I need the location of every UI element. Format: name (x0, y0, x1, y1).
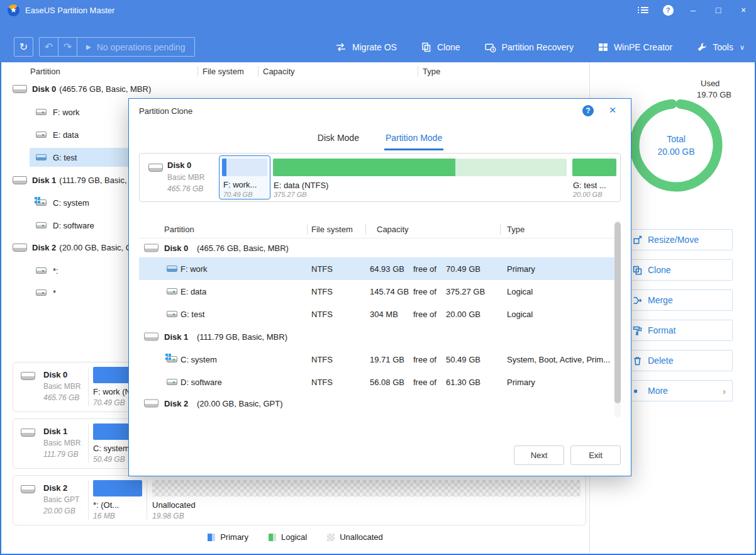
partition-icon (167, 266, 177, 272)
dialog-header-filesystem: File system (311, 225, 353, 234)
more-icon (633, 386, 642, 396)
table-header-partition: Partition (30, 67, 60, 76)
strip-partition-e-data[interactable]: E: data (NTFS) 375.27 GB (273, 155, 567, 199)
tools-button[interactable]: Tools ∨ (696, 42, 745, 52)
legend-unallocated-swatch (327, 534, 335, 541)
dialog-scrollbar[interactable] (614, 220, 621, 417)
dialog-help-icon[interactable]: ? (582, 105, 594, 116)
next-button[interactable]: Next (514, 446, 564, 465)
donut-used-label: Used 19.70 GB (697, 78, 731, 101)
sidebar-clone-button[interactable]: Clone (627, 259, 733, 281)
delete-button[interactable]: Delete (627, 350, 733, 371)
windows-icon (35, 197, 41, 203)
winpe-icon (598, 42, 609, 52)
redo-button[interactable]: ↷ (58, 38, 77, 56)
resize-move-button[interactable]: Resize/Move (627, 229, 733, 250)
dialog-row-disk0[interactable]: Disk 0 (465.76 GB, Basic, MBR) (139, 238, 614, 257)
legend: Primary Logical Unallocated (1, 532, 589, 542)
disk-icon (13, 176, 27, 184)
format-icon (633, 326, 642, 335)
strip-partition-g-test[interactable]: G: test ... 20.00 GB (572, 155, 616, 199)
dialog-row-disk2[interactable]: Disk 2 (20.00 GB, Basic, GPT) (139, 393, 614, 413)
exit-button[interactable]: Exit (570, 446, 621, 465)
dialog-close-icon[interactable]: × (606, 103, 620, 117)
partition-icon (36, 109, 47, 115)
undo-button[interactable]: ↶ (40, 38, 58, 56)
partition-icon (36, 267, 47, 274)
dialog-row-g-test[interactable]: G: test NTFS 304 MB free of 20.00 GB Log… (139, 303, 614, 325)
disk-icon (21, 372, 35, 380)
dialog-header-type: Type (507, 225, 525, 234)
partition-bar (93, 480, 142, 496)
disk-icon (21, 485, 35, 493)
partition-icon (36, 289, 47, 296)
partition-recovery-button[interactable]: Partition Recovery (484, 42, 574, 53)
format-button[interactable]: Format (627, 320, 733, 341)
disk-icon (13, 85, 27, 93)
refresh-button[interactable]: ↻ (14, 37, 33, 57)
partition-icon (36, 154, 47, 160)
dialog-tabs: Disk Mode Partition Mode (129, 132, 631, 150)
card-partition-star[interactable]: *: (Ot... 16 MB (93, 480, 142, 520)
windows-icon (165, 354, 172, 360)
table-header-capacity: Capacity (263, 67, 295, 76)
partition-icon (167, 379, 177, 385)
table-header: Partition File system Capacity Type (1, 62, 589, 81)
disk-card-2[interactable]: Disk 2 Basic GPT 20.00 GB *: (Ot... 16 M… (13, 475, 586, 525)
dialog-header-partition: Partition (164, 225, 194, 234)
close-icon[interactable]: × (731, 0, 756, 20)
disk-icon (144, 333, 158, 341)
dialog-row-d-software[interactable]: D: software NTFS 56.08 GB free of 61.30 … (139, 371, 614, 393)
delete-icon (633, 356, 642, 366)
disk-icon (21, 429, 35, 437)
pending-operations-button[interactable]: ▶ No operations pending (77, 38, 194, 56)
migrate-os-button[interactable]: Migrate OS (335, 42, 397, 52)
toolbar: ↻ ↶ ↷ ▶ No operations pending Migrate OS… (0, 20, 756, 62)
tab-partition-mode[interactable]: Partition Mode (384, 132, 443, 150)
titlebar: ★ EaseUS Partition Master ? – □ × (0, 0, 756, 20)
partition-icon (167, 311, 177, 317)
tab-disk-mode[interactable]: Disk Mode (316, 132, 360, 150)
tree-item-disk0[interactable]: Disk 0(465.76 GB, Basic, MBR) (1, 79, 588, 98)
merge-icon (633, 296, 642, 305)
tools-wrench-icon (696, 42, 708, 52)
main-frame: Partition File system Capacity Type Disk… (0, 62, 756, 555)
partition-clone-dialog: Partition Clone ? × Disk Mode Partition … (128, 98, 631, 476)
card-partition-unallocated[interactable]: Unallocated 19.98 GB (152, 480, 581, 520)
strip-partition-f-work[interactable]: F: work... 70.49 GB (219, 155, 270, 199)
refresh-icon: ↻ (19, 41, 28, 53)
resize-move-icon (633, 235, 642, 245)
chevron-down-icon: ∨ (740, 43, 745, 52)
partition-recovery-icon (484, 42, 497, 53)
dialog-row-e-data[interactable]: E: data NTFS 145.74 GB free of 375.27 GB… (139, 280, 614, 303)
partition-bar (572, 159, 616, 176)
partition-icon (36, 132, 47, 138)
dialog-title: Partition Clone (139, 106, 192, 116)
maximize-icon[interactable]: □ (706, 0, 731, 20)
clone-button[interactable]: Clone (421, 42, 460, 52)
chevron-right-icon: › (723, 386, 726, 396)
dialog-row-disk1[interactable]: Disk 1 (111.79 GB, Basic, MBR) (139, 325, 614, 348)
menu-list-icon[interactable] (630, 0, 655, 20)
dialog-row-f-work[interactable]: F: work NTFS 64.93 GB free of 70.49 GB P… (139, 257, 614, 280)
play-icon: ▶ (86, 43, 91, 50)
pending-operations-label: No operations pending (97, 42, 186, 52)
dialog-header-capacity: Capacity (377, 225, 409, 234)
disk-icon (13, 244, 27, 252)
source-disk-strip: Disk 0 Basic MBR 465.76 GB F: work... 70… (139, 153, 621, 202)
dialog-table-header: Partition File system Capacity Type (139, 220, 614, 238)
dialog-row-c-system[interactable]: C: system NTFS 19.71 GB free of 50.49 GB… (139, 348, 614, 371)
app-logo-icon: ★ (8, 4, 19, 16)
partition-icon (167, 288, 177, 294)
scrollbar-thumb[interactable] (614, 222, 621, 403)
minimize-icon[interactable]: – (681, 0, 706, 20)
partition-bar (222, 159, 267, 176)
winpe-creator-button[interactable]: WinPE Creator (598, 42, 672, 52)
undo-icon: ↶ (45, 41, 53, 53)
system-partition-icon (167, 356, 177, 362)
unallocated-bar (152, 480, 581, 496)
disk-icon (144, 400, 158, 408)
more-button[interactable]: More › (627, 380, 733, 401)
merge-button[interactable]: Merge (627, 289, 733, 311)
help-icon[interactable]: ? (655, 0, 681, 20)
